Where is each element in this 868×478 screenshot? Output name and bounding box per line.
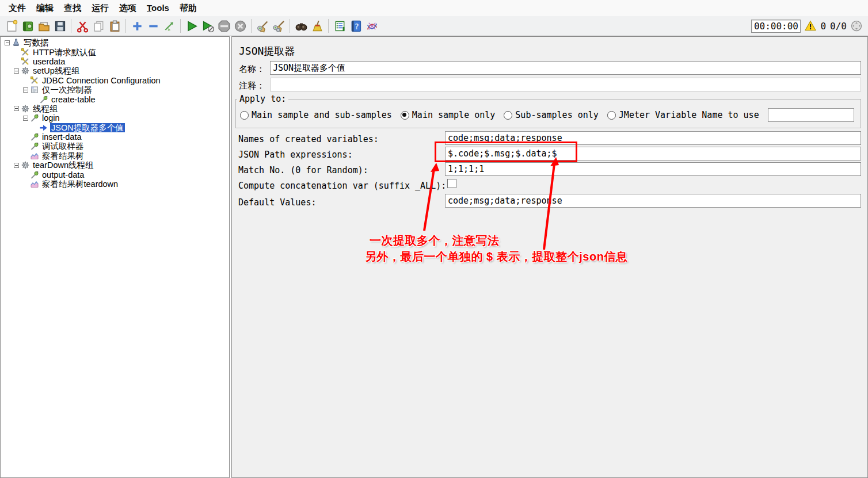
reset-search-button[interactable] [309,18,325,34]
radio-main-sample-only[interactable]: Main sample only [401,110,496,120]
warning-triangle-icon [805,20,816,32]
toolbar-separator [180,19,181,33]
json-path-expressions-label: JSON Path expressions: [238,150,353,160]
function-helper-button[interactable] [332,18,348,34]
start-icon [185,20,199,33]
menu-run[interactable]: 运行 [86,0,114,16]
tree-item-view-results-tree[interactable]: 察看结果树 [1,151,229,160]
tree-item-output-data[interactable]: output-data [1,170,229,179]
radio-main-and-sub-samples[interactable]: Main sample and sub-samples [240,110,392,120]
comment-input[interactable] [270,78,861,91]
help-button[interactable] [348,18,364,34]
page-title: JSON提取器 [239,44,295,58]
menu-file[interactable]: 文件 [3,0,31,16]
start-no-pauses-button[interactable] [200,18,216,34]
sampler-icon [30,132,39,142]
copy-button[interactable] [90,18,106,34]
listener-icon [30,151,39,160]
name-input[interactable] [270,61,861,75]
collapse-toggle[interactable] [23,116,28,121]
help-book-icon [349,20,363,33]
jmeter-variable-input[interactable] [768,108,854,122]
tree-item-userdata[interactable]: userdata [1,57,229,66]
collapse-toggle[interactable] [14,163,19,168]
tree-item-jdbc-connection-configuration[interactable]: JDBC Connection Configuration [1,76,229,85]
menu-tools-accel: T [147,3,151,13]
menu-tools[interactable]: Tools [142,0,174,16]
thread-count: 0/0 [830,21,847,32]
jmeter-window: 文件 编辑 查找 运行 选项 Tools 帮助 [0,0,868,478]
json-path-expressions-input[interactable] [445,147,861,160]
tree-item-thread-group[interactable]: 线程组 [1,104,229,113]
radio-sub-samples-only[interactable]: Sub-samples only [504,110,599,120]
open-button[interactable] [36,18,52,34]
new-button[interactable] [3,18,20,34]
match-no-label: Match No. (0 for Random): [238,165,368,175]
jmeter-logo-button[interactable] [364,18,380,34]
selected-tree-item-label: JSON提取器多个值 [50,123,125,132]
tree-item-login[interactable]: login [1,113,229,123]
collapse-toggle[interactable] [5,40,10,45]
save-button[interactable] [52,18,68,34]
save-icon [54,20,67,33]
annotation-line-1: 一次提取多个，注意写法 [370,233,500,248]
tree-item-create-table[interactable]: create-table [1,94,229,104]
paste-icon [108,20,121,33]
search-button[interactable] [293,18,309,34]
collapse-all-button[interactable] [145,18,161,34]
once-only-controller-icon [30,85,39,94]
thread-group-icon [21,66,30,75]
menu-options[interactable]: 选项 [114,0,142,16]
paste-button[interactable] [106,18,123,34]
compute-concatenation-checkbox[interactable] [447,179,456,188]
plus-icon [131,20,144,33]
function-helper-icon [333,20,347,33]
expand-all-button[interactable] [129,18,145,34]
names-of-variables-input[interactable] [445,131,861,145]
annotation-line-2: 另外，最后一个单独的 $ 表示，提取整个json信息 [365,249,627,265]
log-errors-indicator[interactable] [805,20,816,32]
cut-button[interactable] [74,18,90,34]
tree-item-setup-thread-group[interactable]: setUp线程组 [1,66,229,75]
thread-group-icon [21,104,30,113]
match-no-input[interactable] [445,162,861,176]
menu-edit[interactable]: 编辑 [31,0,59,16]
radio-circle-icon [240,111,249,120]
default-values-input[interactable] [445,194,861,208]
radio-circle-icon [504,111,512,120]
sampler-icon [30,142,39,151]
tree-item-view-results-tree-teardown[interactable]: 察看结果树teardown [1,179,229,189]
tree-item-teardown-thread-group[interactable]: tearDown线程组 [1,160,229,170]
collapse-toggle[interactable] [23,87,28,93]
tree-item-http-request-defaults[interactable]: HTTP请求默认值 [1,47,229,56]
menu-search[interactable]: 查找 [59,0,86,16]
radio-jmeter-variable[interactable]: JMeter Variable Name to use [607,110,759,120]
jmeter-logo-icon [366,20,379,33]
toolbar: 00:00:00 0 0/0 [0,16,868,36]
clear-all-button[interactable] [271,18,287,34]
name-label: 名称： [239,64,265,75]
copy-icon [92,20,105,33]
apply-to-legend: Apply to: [237,94,288,104]
tree-item-write-data[interactable]: 写数据 [1,38,229,47]
tree-item-insert-data[interactable]: insert-data [1,132,229,142]
shutdown-button[interactable] [232,18,248,34]
templates-button[interactable] [20,18,36,34]
collapse-toggle[interactable] [14,106,19,111]
menu-help[interactable]: 帮助 [174,0,202,16]
tree-item-debug-sampler[interactable]: 调试取样器 [1,142,229,151]
stop-button[interactable] [216,18,232,34]
tree-item-json-extractor[interactable]: JSON提取器多个值 [1,123,229,132]
clear-button[interactable] [254,18,271,34]
listener-icon [30,179,39,189]
toggle-button[interactable] [161,18,177,34]
collapse-toggle[interactable] [14,68,19,74]
tree-item-once-only-controller[interactable]: 仅一次控制器 [1,85,229,94]
json-extractor-icon [39,123,48,132]
config-element-icon [21,57,30,66]
thread-group-icon [21,160,30,170]
toolbar-separator [251,19,252,33]
start-button[interactable] [184,18,200,34]
comment-label: 注释： [239,81,265,91]
reset-search-broom-icon [311,20,324,33]
